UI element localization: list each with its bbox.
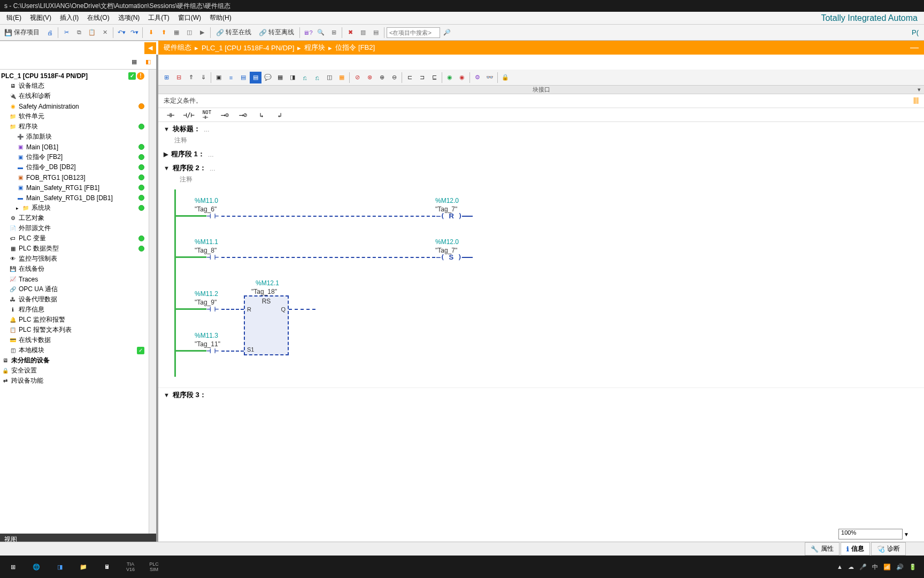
- menu-tools[interactable]: 工具(T): [144, 12, 173, 24]
- menu-online[interactable]: 在线(O): [83, 12, 113, 24]
- tag-address[interactable]: %M12.0: [435, 238, 459, 246]
- tree-item[interactable]: 🖥设备组态: [0, 81, 149, 91]
- tree-item[interactable]: 📈Traces: [0, 274, 149, 284]
- tree-item[interactable]: ◫本地模块✓: [0, 345, 149, 355]
- redo-icon[interactable]: ↷▾: [128, 27, 140, 39]
- tb-icon-7[interactable]: ◨: [287, 72, 298, 83]
- tb-icon-1[interactable]: ▣: [213, 72, 225, 83]
- expand-icon[interactable]: ▼: [164, 126, 170, 132]
- calc-icon[interactable]: 🖩: [96, 558, 118, 575]
- start-icon[interactable]: ⊞: [2, 558, 24, 575]
- network-1-header[interactable]: ▶ 程序段 1： ...: [158, 147, 924, 161]
- tb-icon-2[interactable]: ≡: [225, 72, 237, 83]
- block-comment[interactable]: 注释: [158, 136, 924, 147]
- copy-icon[interactable]: ⧉: [73, 27, 85, 39]
- tree-scrollbar[interactable]: [149, 70, 156, 534]
- tb-icon-17[interactable]: ⊐: [416, 72, 428, 83]
- tb-icon-22[interactable]: 👓: [484, 72, 496, 83]
- tray-ime-icon[interactable]: 中: [872, 563, 878, 571]
- project-tree[interactable]: PLC_1 [CPU 1518F-4 PN/DP] ✓! 🖥设备组态🔌在线和诊断…: [0, 70, 149, 534]
- tree-item[interactable]: 🔔PLC 监控和报警: [0, 315, 149, 325]
- go-online-button[interactable]: 🔗转至在线: [213, 28, 255, 37]
- tree-view-icon[interactable]: ▦: [128, 56, 140, 68]
- go-offline-button[interactable]: 🔗转至离线: [256, 28, 297, 37]
- tree-item[interactable]: 🖧设备代理数据: [0, 294, 149, 305]
- tree-item[interactable]: 🔗OPC UA 通信: [0, 284, 149, 294]
- close-icon[interactable]: ✖: [344, 27, 356, 39]
- tb-icon-12[interactable]: ⊘: [351, 72, 363, 83]
- tb-icon-23[interactable]: 🔒: [499, 72, 511, 83]
- tree-item[interactable]: ℹ程序信息: [0, 305, 149, 315]
- chrome-icon[interactable]: 🌐: [26, 558, 47, 575]
- tray-icon[interactable]: ☁: [848, 564, 854, 571]
- expand-icon[interactable]: ▼: [164, 165, 170, 171]
- tree-item[interactable]: ▣Main [OB1]: [0, 142, 149, 152]
- tree-item[interactable]: 👁监控与强制表: [0, 254, 149, 264]
- tag-name[interactable]: "Tag_18": [251, 288, 277, 295]
- undo-icon[interactable]: ↶▾: [116, 27, 127, 39]
- tag-address[interactable]: %M12.1: [256, 279, 279, 287]
- move-up-icon[interactable]: ⇑: [185, 72, 197, 83]
- split-h-icon[interactable]: ▥: [357, 27, 369, 39]
- tb-icon-10[interactable]: ◫: [324, 72, 335, 83]
- download-icon[interactable]: ⬇: [145, 27, 157, 39]
- tree-expand-icon[interactable]: ◧: [142, 56, 154, 68]
- info-tab[interactable]: ℹ信息: [841, 542, 870, 556]
- tb-icon-20[interactable]: ◉: [456, 72, 468, 83]
- menu-options[interactable]: 选项(N): [114, 12, 144, 24]
- menu-help[interactable]: 帮助(H): [205, 12, 236, 24]
- simulate-icon[interactable]: ▶: [196, 27, 208, 39]
- tree-item[interactable]: ▣位指令 [FB2]: [0, 152, 149, 162]
- system-tray[interactable]: ▲ ☁ 🎤 中 📶 🔊 🔋: [837, 563, 922, 571]
- tree-item[interactable]: 💾在线备份: [0, 264, 149, 274]
- block-title-row[interactable]: ▼ 块标题： ...: [158, 122, 924, 136]
- tray-battery-icon[interactable]: 🔋: [909, 564, 917, 571]
- contact-no-icon[interactable]: ⊣⊢: [164, 110, 178, 120]
- accessible-devices-icon[interactable]: 🖥?: [302, 27, 314, 39]
- network-3-header[interactable]: ▼ 程序段 3：: [158, 387, 924, 402]
- tree-item[interactable]: ➕添加新块: [0, 132, 149, 142]
- tag-address[interactable]: %M11.2: [195, 290, 218, 298]
- zoom-dropdown-icon[interactable]: ▼: [904, 531, 909, 537]
- tree-item[interactable]: ▬位指令_DB [DB2]: [0, 162, 149, 172]
- menu-view[interactable]: 视图(V): [26, 12, 56, 24]
- tag-address[interactable]: %M11.1: [195, 238, 218, 246]
- tag-address[interactable]: %M11.3: [195, 332, 218, 339]
- insert-network-icon[interactable]: ⊞: [160, 72, 172, 83]
- tb-icon-6[interactable]: ▦: [274, 72, 286, 83]
- breadcrumb-root[interactable]: 硬件组态: [164, 43, 191, 52]
- search-go-icon[interactable]: 🔎: [441, 27, 453, 39]
- tree-item[interactable]: ⚙工艺对象: [0, 213, 149, 223]
- search-project-icon[interactable]: 🔍: [315, 27, 327, 39]
- ladder-canvas[interactable]: %M11.0 "Tag_6" ⊣ ⊢ %M12.0 "Tag_7" —( R )…: [169, 189, 913, 382]
- no-contact[interactable]: ⊣ ⊢: [206, 253, 218, 261]
- tb-icon-5[interactable]: 💬: [262, 72, 274, 83]
- tray-icon[interactable]: ▲: [837, 564, 843, 570]
- save-project-button[interactable]: 💾保存项目: [1, 28, 43, 37]
- tb-icon-11[interactable]: ▦: [336, 72, 348, 83]
- collapse-left-icon[interactable]: ◀: [144, 42, 156, 54]
- tb-icon-4[interactable]: ▤: [250, 72, 261, 83]
- paste-icon[interactable]: 📋: [86, 27, 98, 39]
- compare-icon[interactable]: ◫: [183, 27, 195, 39]
- expand-icon[interactable]: ▶: [164, 151, 168, 158]
- coil-icon[interactable]: ⟶⊙: [218, 110, 232, 120]
- expand-icon[interactable]: ▸: [16, 206, 21, 211]
- tb-icon-13[interactable]: ⊗: [364, 72, 375, 83]
- tree-item[interactable]: ▸📁系统块: [0, 203, 149, 213]
- properties-tab[interactable]: 🔧属性: [805, 542, 840, 556]
- tray-wifi-icon[interactable]: 📶: [883, 564, 891, 571]
- tree-item[interactable]: ▣Main_Safety_RTG1 [FB1]: [0, 182, 149, 193]
- tree-item[interactable]: 🔌在线和诊断: [0, 91, 149, 101]
- cross-ref-icon[interactable]: ⊞: [328, 27, 340, 39]
- tag-address[interactable]: %M12.0: [435, 197, 459, 204]
- tree-item[interactable]: 📁程序块: [0, 121, 149, 132]
- minimize-editor-icon[interactable]: —: [910, 43, 919, 52]
- tree-item[interactable]: ▬Main_Safety_RTG1_DB [DB1]: [0, 193, 149, 203]
- block-interface-bar[interactable]: 块接口 ▾: [158, 86, 924, 94]
- tag-address[interactable]: %M11.0: [195, 197, 218, 204]
- tb-icon-21[interactable]: ⚙: [472, 72, 483, 83]
- tree-item[interactable]: ⇄跨设备功能: [0, 376, 149, 386]
- tree-item[interactable]: 📁软件单元: [0, 111, 149, 121]
- tb-icon-9[interactable]: ⎌: [311, 72, 323, 83]
